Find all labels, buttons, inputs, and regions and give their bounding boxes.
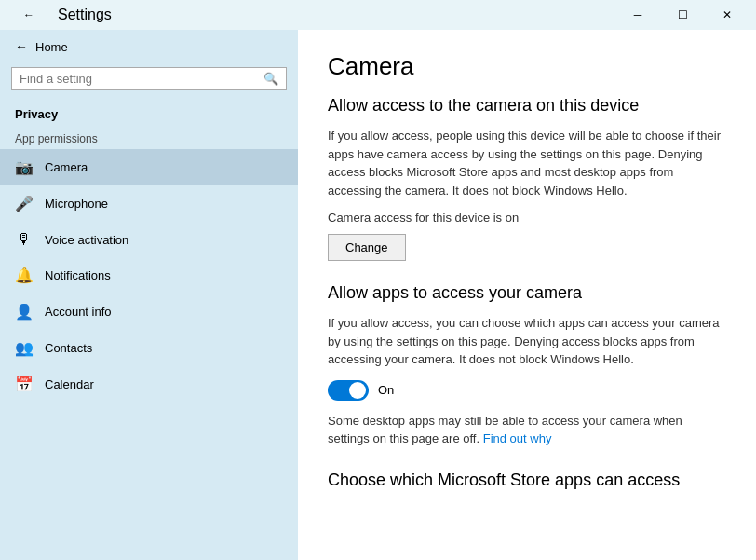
section1-status: Camera access for this device is on — [328, 211, 726, 225]
sidebar-app-permissions-label: App permissions — [0, 125, 298, 149]
sidebar-back-button[interactable]: ← Home — [0, 30, 298, 63]
contacts-icon: 👥 — [15, 339, 34, 357]
search-icon: 🔍 — [263, 72, 278, 86]
find-out-why-link[interactable]: Find out why — [483, 431, 552, 445]
sidebar-item-camera-label: Camera — [45, 160, 88, 174]
sidebar-privacy-label: Privacy — [0, 98, 298, 125]
toggle-row: On — [328, 380, 726, 401]
calendar-icon: 📅 — [15, 376, 34, 393]
main-container: ← Home 🔍 Privacy App permissions 📷 Camer… — [0, 30, 756, 560]
section2-body: If you allow access, you can choose whic… — [328, 314, 726, 369]
title-bar-title: Settings — [58, 7, 112, 23]
sidebar-home-label: Home — [35, 40, 68, 54]
section1-heading: Allow access to the camera on this devic… — [328, 96, 726, 116]
back-button[interactable]: ← — [7, 0, 50, 30]
title-bar: ← Settings ─ ☐ ✕ — [0, 0, 756, 30]
maximize-button[interactable]: ☐ — [661, 0, 704, 30]
section2-heading: Allow apps to access your camera — [328, 283, 726, 303]
title-bar-controls: ─ ☐ ✕ — [616, 0, 749, 30]
sidebar-item-notifications-label: Notifications — [45, 268, 111, 282]
section1-body: If you allow access, people using this d… — [328, 127, 726, 199]
close-button[interactable]: ✕ — [706, 0, 749, 30]
title-bar-left: ← Settings — [7, 0, 112, 30]
sidebar-item-account-label: Account info — [45, 305, 112, 319]
notifications-icon: 🔔 — [15, 266, 34, 284]
section2-footer: Some desktop apps may still be able to a… — [328, 412, 726, 448]
voice-icon: 🎙 — [15, 231, 34, 248]
microphone-icon: 🎤 — [15, 195, 34, 212]
search-input[interactable] — [20, 72, 263, 86]
sidebar-item-contacts-label: Contacts — [45, 341, 92, 355]
section-store-apps: Choose which Microsoft Store apps can ac… — [328, 471, 726, 490]
content-area: Camera Allow access to the camera on thi… — [298, 30, 756, 560]
sidebar-item-camera[interactable]: 📷 Camera — [0, 149, 298, 185]
sidebar-item-calendar[interactable]: 📅 Calendar — [0, 366, 298, 403]
sidebar-item-voice-label: Voice activation — [45, 233, 128, 247]
sidebar-item-calendar-label: Calendar — [45, 377, 94, 391]
section-app-access: Allow apps to access your camera If you … — [328, 283, 726, 448]
section-device-access: Allow access to the camera on this devic… — [328, 96, 726, 261]
sidebar-item-microphone-label: Microphone — [45, 197, 108, 211]
sidebar-item-voice-activation[interactable]: 🎙 Voice activation — [0, 222, 298, 257]
sidebar-item-microphone[interactable]: 🎤 Microphone — [0, 185, 298, 222]
toggle-knob — [349, 382, 366, 399]
sidebar: ← Home 🔍 Privacy App permissions 📷 Camer… — [0, 30, 298, 560]
sidebar-search[interactable]: 🔍 — [11, 67, 287, 90]
sidebar-item-notifications[interactable]: 🔔 Notifications — [0, 257, 298, 294]
page-title: Camera — [328, 52, 726, 81]
toggle-label: On — [378, 383, 394, 397]
account-icon: 👤 — [15, 303, 34, 321]
sidebar-item-account-info[interactable]: 👤 Account info — [0, 294, 298, 330]
minimize-button[interactable]: ─ — [616, 0, 659, 30]
change-button[interactable]: Change — [328, 234, 406, 261]
back-arrow-icon: ← — [15, 39, 28, 54]
section3-heading: Choose which Microsoft Store apps can ac… — [328, 471, 726, 490]
camera-icon: 📷 — [15, 158, 34, 176]
sidebar-item-contacts[interactable]: 👥 Contacts — [0, 330, 298, 366]
camera-access-toggle[interactable] — [328, 380, 369, 401]
